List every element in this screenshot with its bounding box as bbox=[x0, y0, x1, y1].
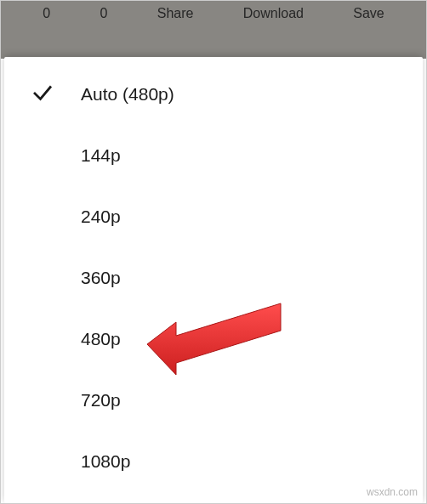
like-count: 0 bbox=[43, 6, 50, 21]
quality-label: 360p bbox=[81, 268, 121, 288]
quality-option-360p[interactable]: 360p bbox=[4, 247, 423, 309]
save-button[interactable]: Save bbox=[353, 6, 384, 21]
quality-option-auto[interactable]: Auto (480p) bbox=[4, 64, 423, 125]
quality-menu: Auto (480p) 144p 240p 360p 480p 720p 108… bbox=[4, 57, 423, 504]
quality-label: 240p bbox=[81, 207, 121, 227]
quality-option-720p[interactable]: 720p bbox=[4, 370, 423, 431]
dislike-count: 0 bbox=[100, 6, 107, 21]
quality-label: Auto (480p) bbox=[81, 84, 174, 105]
quality-label: 144p bbox=[81, 145, 121, 166]
background-toolbar: 0 0 Share Download Save bbox=[1, 1, 426, 59]
quality-label: 480p bbox=[81, 329, 121, 349]
quality-label: 720p bbox=[81, 390, 121, 411]
quality-option-1440p[interactable]: 1440p bbox=[4, 492, 423, 504]
quality-option-1080p[interactable]: 1080p bbox=[4, 431, 423, 492]
share-button[interactable]: Share bbox=[157, 6, 194, 21]
watermark-text: wsxdn.com bbox=[367, 486, 418, 498]
download-button[interactable]: Download bbox=[243, 6, 304, 21]
quality-option-144p[interactable]: 144p bbox=[4, 125, 423, 186]
quality-option-480p[interactable]: 480p bbox=[4, 309, 423, 370]
checkmark-icon bbox=[30, 80, 55, 109]
quality-label: 1080p bbox=[81, 451, 130, 472]
quality-option-240p[interactable]: 240p bbox=[4, 186, 423, 247]
quality-bottom-sheet: Auto (480p) 144p 240p 360p 480p 720p 108… bbox=[4, 57, 423, 503]
